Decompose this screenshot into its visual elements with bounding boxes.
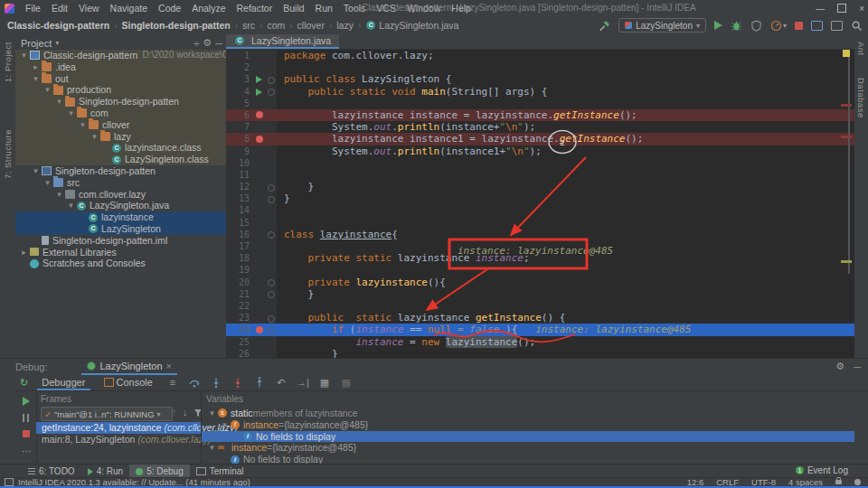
menu-item[interactable]: Navigate	[105, 3, 153, 14]
tree-toggle-icon[interactable]: ▾	[19, 50, 29, 61]
tree-toggle-icon[interactable]: ▾	[31, 165, 41, 177]
code-line[interactable]: 25 instance = new lazyinstance();	[226, 336, 854, 348]
project-tree-item[interactable]: ▾Singleton-design-patten	[15, 96, 226, 108]
tree-toggle-icon[interactable]: ▾	[78, 119, 88, 131]
tool-window-button-debug[interactable]: 5: Debug	[129, 465, 190, 478]
menu-item[interactable]: Refactor	[231, 3, 278, 14]
menu-item[interactable]: Build	[278, 3, 309, 14]
search-everywhere-button[interactable]	[851, 20, 863, 32]
project-tree-item[interactable]: ▾LazySingleton.java	[15, 200, 226, 211]
fold-marker-icon[interactable]	[268, 291, 275, 298]
variable-row[interactable]: No fields to display	[202, 431, 854, 443]
tab-debugger[interactable]: Debugger	[37, 374, 90, 390]
stop-button[interactable]	[795, 22, 803, 30]
coverage-button[interactable]	[750, 20, 762, 32]
pause-button[interactable]	[23, 414, 29, 422]
variable-row[interactable]: ▾static members of lazyinstance	[202, 408, 854, 419]
tree-toggle-icon[interactable]: ▾	[66, 108, 76, 119]
breadcrumb-item[interactable]: lazy	[335, 20, 355, 31]
hide-panel-icon[interactable]: ─	[854, 361, 861, 372]
step-out-icon[interactable]	[253, 377, 266, 389]
more-actions-icon[interactable]: ▦	[340, 377, 353, 389]
code-line[interactable]: 2	[226, 61, 854, 73]
frame-row[interactable]: getInstance:24, lazyinstance (com.cllove…	[36, 422, 201, 434]
fold-marker-icon[interactable]	[268, 89, 275, 96]
run-button[interactable]	[714, 21, 722, 30]
code-line[interactable]: 8 lazyinstance instance1 = lazyinstance.…	[226, 133, 854, 145]
tool-windows-button[interactable]	[811, 21, 823, 31]
project-tree-item[interactable]: ▾com.cllover.lazy	[15, 189, 226, 201]
fold-marker-icon[interactable]	[268, 279, 275, 286]
menu-item[interactable]: File	[20, 3, 46, 14]
breadcrumb-item[interactable]: cllover	[296, 20, 326, 31]
debug-session-tab[interactable]: LazySingleton ×	[81, 359, 177, 375]
tool-window-button-project[interactable]: 1: Project	[3, 42, 13, 82]
force-step-into-icon[interactable]	[231, 377, 244, 389]
minimize-button[interactable]: —	[816, 4, 825, 14]
fold-marker-icon[interactable]	[268, 196, 275, 203]
tool-window-button-run[interactable]: 4: Run	[81, 465, 129, 478]
tree-toggle-icon[interactable]: ▾	[207, 442, 217, 454]
hide-panel-icon[interactable]: ─	[215, 38, 222, 49]
breakpoint-icon[interactable]	[256, 111, 263, 118]
tree-toggle-icon[interactable]: ▾	[54, 96, 64, 108]
code-line[interactable]: 22	[226, 300, 854, 312]
close-button[interactable]: ×	[859, 4, 864, 14]
code-line[interactable]: 7 System.out.println(instance+"\n");	[226, 121, 854, 133]
resume-button[interactable]	[23, 397, 30, 406]
debug-button[interactable]	[731, 20, 742, 32]
breakpoint-icon[interactable]	[256, 326, 263, 333]
project-tree-item[interactable]: ▸.idea	[15, 61, 226, 73]
project-tree-item[interactable]: ▾com	[15, 108, 226, 119]
code-line[interactable]: 16class lazyinstance{	[226, 229, 854, 240]
breadcrumb-item[interactable]: com	[265, 20, 287, 31]
code-line[interactable]: 1package com.cllover.lazy;	[226, 50, 854, 61]
project-tree-item[interactable]: ▾out	[15, 73, 226, 85]
inspections-hector-icon[interactable]	[854, 479, 861, 485]
gear-icon[interactable]: ⚙	[203, 37, 212, 49]
code-line[interactable]: 26 }	[226, 348, 854, 358]
frame-down-icon[interactable]: ↓	[183, 407, 188, 418]
code-line[interactable]: 24 if (instance == null = false ){ insta…	[226, 324, 854, 335]
collapse-all-icon[interactable]: ÷	[193, 38, 199, 49]
thread-selector[interactable]: ✓ "main"@1 i..n": RUNNING ▾	[41, 407, 173, 421]
frame-up-icon[interactable]: ↑	[172, 407, 177, 418]
menu-item[interactable]: Edit	[46, 3, 73, 14]
editor-scrollbar[interactable]	[848, 52, 850, 274]
project-tree-item[interactable]: LazySingleton	[15, 223, 226, 235]
step-into-icon[interactable]	[210, 377, 222, 389]
tool-window-button-ant[interactable]: Ant	[856, 42, 866, 56]
code-line[interactable]: 10	[226, 157, 854, 169]
event-log-button[interactable]: 1 Event Log	[796, 465, 848, 475]
run-line-icon[interactable]	[256, 89, 262, 96]
frame-row[interactable]: main:8, LazySingleton (com.cllover.lazy)	[36, 434, 201, 446]
tree-toggle-icon[interactable]: ▾	[90, 131, 99, 143]
tree-toggle-icon[interactable]: ▾	[42, 84, 52, 96]
tree-toggle-icon[interactable]: ▾	[207, 408, 217, 419]
breadcrumb-item[interactable]: LazySingleton.java	[363, 20, 460, 31]
code-editor[interactable]: 1package com.cllover.lazy;23public class…	[226, 50, 854, 358]
code-line[interactable]: 19	[226, 264, 854, 276]
project-tree-item[interactable]: ▾lazy	[15, 131, 226, 143]
view-breakpoints-icon[interactable]: ⋯	[22, 446, 32, 457]
fold-marker-icon[interactable]	[268, 315, 275, 323]
tree-toggle-icon[interactable]: ▾	[66, 200, 76, 211]
menu-item[interactable]: View	[73, 3, 105, 14]
rerun-icon[interactable]: ↻	[20, 377, 28, 389]
profiler-button[interactable]: ▾	[770, 20, 787, 32]
project-tree-item[interactable]: ▾cllover	[15, 119, 226, 131]
code-line[interactable]: 14	[226, 204, 854, 216]
variable-row[interactable]: ▾instance = {lazyinstance@485}	[202, 442, 854, 454]
step-over-icon[interactable]	[188, 377, 201, 389]
breakpoint-icon[interactable]	[256, 136, 263, 143]
gear-icon[interactable]: ⚙	[835, 361, 844, 372]
project-tree-item[interactable]: ▾src	[15, 177, 226, 189]
fold-marker-icon[interactable]	[268, 184, 275, 192]
tree-toggle-icon[interactable]: ▸	[31, 61, 41, 73]
tool-window-button-todo[interactable]: 6: TODO	[22, 465, 81, 478]
tool-window-button-terminal[interactable]: Terminal	[190, 465, 250, 478]
project-tree-item[interactable]: ▾production	[15, 84, 226, 96]
maximize-button[interactable]	[837, 4, 846, 13]
project-tree-item[interactable]: ▾Classic-design-patternD:\2020 workspace…	[15, 50, 226, 61]
layout-settings-icon[interactable]: ≡	[166, 377, 179, 388]
